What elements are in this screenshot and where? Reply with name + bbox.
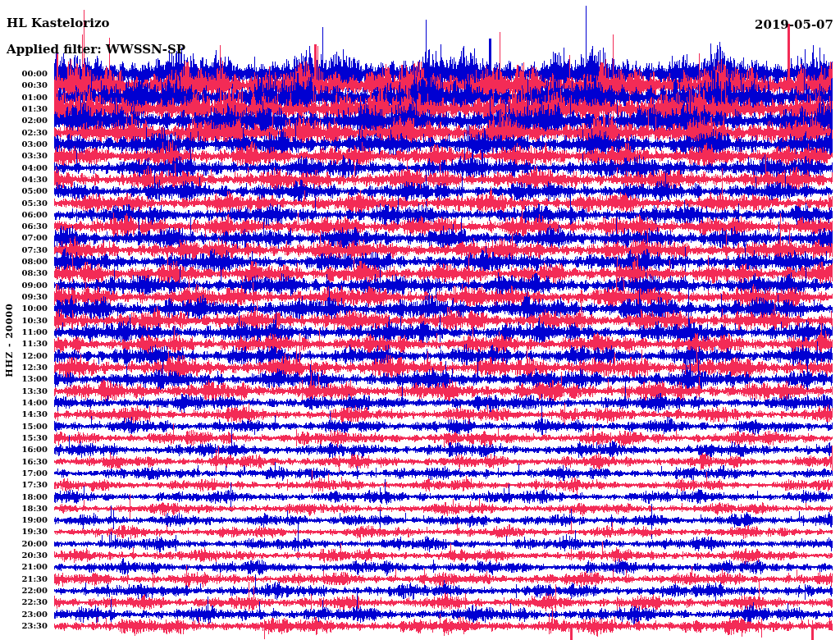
time-label: 07:30 bbox=[0, 245, 48, 255]
time-label: 17:00 bbox=[0, 469, 48, 478]
time-label: 21:00 bbox=[0, 562, 48, 572]
time-label: 09:30 bbox=[0, 292, 48, 302]
time-label: 16:30 bbox=[0, 457, 48, 467]
time-label: 19:30 bbox=[0, 527, 48, 537]
time-label: 18:00 bbox=[0, 492, 48, 502]
time-label: 02:30 bbox=[0, 128, 48, 138]
time-label: 05:30 bbox=[0, 199, 48, 208]
time-label: 15:30 bbox=[0, 433, 48, 443]
time-label: 16:00 bbox=[0, 445, 48, 455]
time-label: 10:30 bbox=[0, 316, 48, 326]
time-label: 19:00 bbox=[0, 515, 48, 525]
helicorder-page: HL Kastelorizo Applied filter: WWSSN-SP … bbox=[0, 0, 840, 640]
time-label: 23:30 bbox=[0, 621, 48, 631]
date-label: 2019-05-07 bbox=[755, 17, 833, 32]
time-label: 13:30 bbox=[0, 386, 48, 396]
time-label: 10:00 bbox=[0, 304, 48, 313]
time-label: 12:30 bbox=[0, 363, 48, 373]
time-label: 21:30 bbox=[0, 574, 48, 584]
time-label: 22:00 bbox=[0, 586, 48, 596]
time-label: 08:00 bbox=[0, 257, 48, 267]
time-label: 06:30 bbox=[0, 222, 48, 231]
time-label: 18:30 bbox=[0, 504, 48, 514]
time-label: 09:00 bbox=[0, 281, 48, 290]
time-label: 20:30 bbox=[0, 551, 48, 560]
time-label: 02:00 bbox=[0, 116, 48, 126]
helicorder-waveform-canvas bbox=[0, 0, 840, 640]
station-title: HL Kastelorizo bbox=[7, 16, 109, 30]
time-label: 00:30 bbox=[0, 80, 48, 90]
time-label: 15:00 bbox=[0, 422, 48, 432]
time-label: 08:30 bbox=[0, 268, 48, 278]
time-label: 06:00 bbox=[0, 210, 48, 220]
time-label: 07:00 bbox=[0, 233, 48, 243]
time-label: 01:00 bbox=[0, 93, 48, 103]
time-label: 03:00 bbox=[0, 139, 48, 149]
time-label: 11:30 bbox=[0, 339, 48, 349]
time-label: 13:00 bbox=[0, 374, 48, 384]
time-label: 14:30 bbox=[0, 409, 48, 419]
time-label: 04:00 bbox=[0, 163, 48, 173]
time-label: 14:00 bbox=[0, 398, 48, 408]
time-label: 20:00 bbox=[0, 539, 48, 549]
time-label: 05:00 bbox=[0, 186, 48, 196]
time-label: 17:30 bbox=[0, 480, 48, 490]
time-label: 22:30 bbox=[0, 597, 48, 607]
time-label: 11:00 bbox=[0, 327, 48, 337]
time-label: 01:30 bbox=[0, 104, 48, 114]
time-label: 03:30 bbox=[0, 151, 48, 161]
applied-filter-label: Applied filter: WWSSN-SP bbox=[7, 42, 185, 57]
time-label: 12:00 bbox=[0, 351, 48, 361]
time-label: 00:00 bbox=[0, 69, 48, 79]
time-label: 04:30 bbox=[0, 175, 48, 185]
time-label: 23:00 bbox=[0, 610, 48, 619]
